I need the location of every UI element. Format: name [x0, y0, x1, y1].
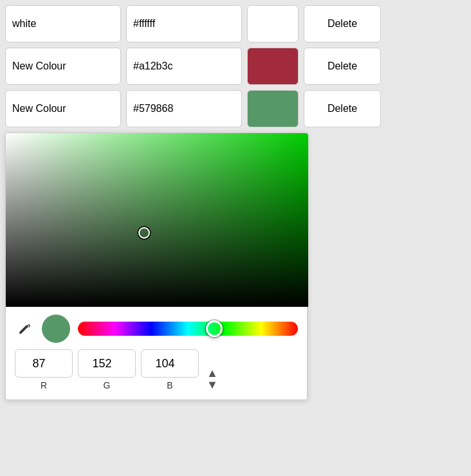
color-row-1: Delete [5, 5, 466, 42]
delete-button-2[interactable]: Delete [304, 48, 381, 85]
rgb-label-r: R [41, 380, 47, 390]
rgb-label-b: B [167, 380, 172, 390]
color-swatch-2 [247, 48, 299, 85]
eyedropper-button[interactable] [15, 319, 34, 338]
name-input-2[interactable] [5, 48, 121, 85]
hex-input-2[interactable] [126, 48, 242, 85]
hue-slider-cursor [206, 320, 223, 337]
hue-slider-track [78, 322, 298, 336]
color-swatch-1 [247, 5, 299, 42]
color-row-2: Delete [5, 48, 466, 85]
rgb-field-b: B [141, 349, 199, 390]
rgb-input-b[interactable] [141, 349, 199, 378]
picker-controls-row [15, 315, 298, 343]
color-picker-popup: R G B ▲ ▼ [5, 133, 308, 400]
color-swatch-3 [247, 90, 299, 127]
delete-button-3[interactable]: Delete [304, 90, 381, 127]
hex-input-3[interactable] [126, 90, 242, 127]
chevron-up-icon: ▲ [207, 367, 218, 379]
saturation-value-area[interactable] [6, 133, 308, 307]
svg-point-0 [20, 333, 21, 334]
picker-bottom: R G B ▲ ▼ [6, 307, 307, 393]
rgb-input-r[interactable] [15, 349, 73, 378]
rgb-inputs-row: R G B ▲ ▼ [15, 349, 298, 390]
rgb-field-g: G [78, 349, 136, 390]
color-row-3: Delete [5, 90, 466, 127]
name-input-1[interactable] [5, 5, 121, 42]
mode-toggle-button[interactable]: ▲ ▼ [204, 367, 221, 390]
eyedropper-icon [17, 322, 32, 336]
chevron-down-icon: ▼ [207, 379, 218, 390]
current-color-preview [42, 315, 70, 343]
name-input-3[interactable] [5, 90, 121, 127]
saturation-dark-overlay [6, 133, 308, 307]
rgb-field-r: R [15, 349, 73, 390]
delete-button-1[interactable]: Delete [304, 5, 381, 42]
rgb-label-g: G [104, 380, 111, 390]
rgb-input-g[interactable] [78, 349, 136, 378]
hue-slider[interactable] [78, 322, 298, 336]
hex-input-1[interactable] [126, 5, 242, 42]
